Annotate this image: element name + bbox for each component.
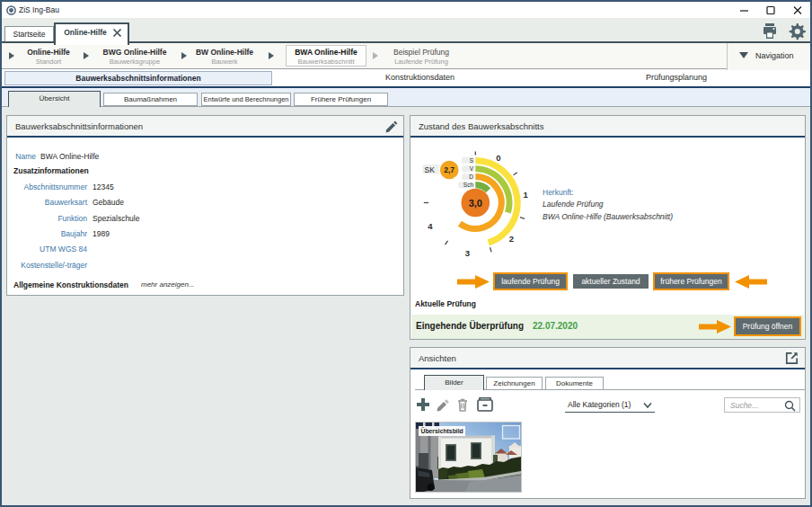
svg-text:V: V (470, 165, 474, 172)
svg-text:2,7: 2,7 (444, 165, 455, 174)
svg-text:Sch: Sch (463, 182, 474, 188)
svg-text:4: 4 (428, 221, 433, 231)
svg-text:D: D (469, 173, 473, 180)
svg-text:S: S (470, 157, 474, 164)
svg-text:2: 2 (509, 234, 514, 244)
svg-text:3: 3 (465, 248, 470, 258)
svg-text:SK: SK (425, 165, 436, 174)
svg-text:1: 1 (523, 190, 528, 200)
svg-text:0: 0 (496, 153, 500, 163)
svg-text:Übersichtsbild: Übersichtsbild (421, 427, 463, 434)
svg-text:3,0: 3,0 (469, 198, 482, 209)
